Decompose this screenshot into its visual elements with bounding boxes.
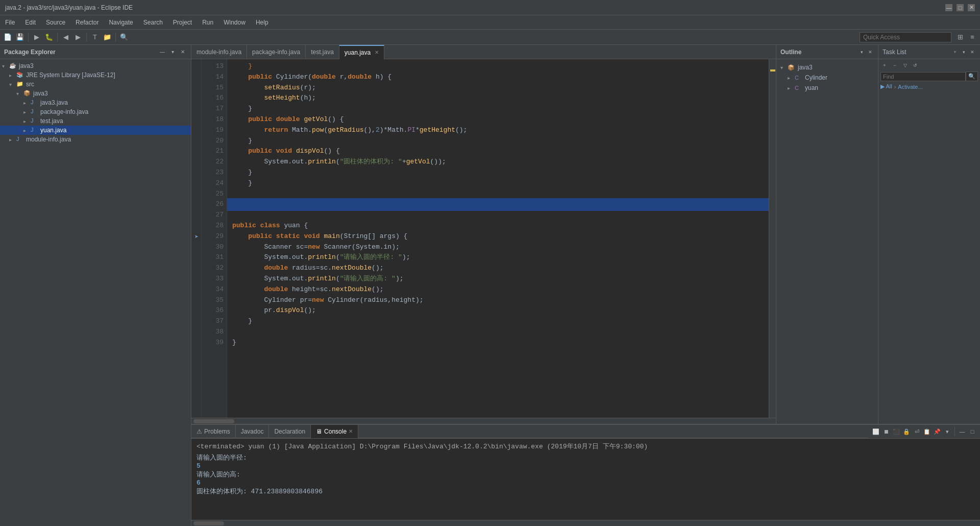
java-icon: J	[31, 99, 39, 106]
save-button[interactable]: 💾	[14, 32, 26, 43]
tab-problems[interactable]: ⚠ Problems	[191, 425, 236, 438]
tab-package-info[interactable]: package-info.java	[247, 45, 306, 59]
task-find-input[interactable]	[880, 72, 966, 81]
code-editor[interactable]: } public Cylinder(double r,double h) { s…	[227, 59, 769, 418]
outline-menu-button[interactable]: ▾	[858, 49, 865, 56]
gutter-27	[191, 210, 201, 221]
maximize-button[interactable]: □	[957, 4, 964, 11]
tab-javadoc[interactable]: Javadoc	[236, 425, 270, 438]
gutter-22	[191, 157, 201, 168]
tab-yuan[interactable]: yuan.java ✕	[339, 45, 384, 59]
tree-item-java3-project[interactable]: ▾ ☕ java3	[0, 61, 191, 70]
tab-module-info[interactable]: module-info.java	[191, 45, 247, 59]
task-refresh-btn[interactable]: ↺	[911, 61, 919, 69]
menu-navigate[interactable]: Navigate	[104, 17, 138, 28]
task-list-panel: Task List + ▾ ✕ + − ▽ ↺	[878, 45, 980, 424]
pkg-collapse-button[interactable]: —	[158, 48, 166, 56]
view-menu-button[interactable]: ≡	[967, 32, 978, 43]
tree-label: module-info.java	[26, 136, 71, 143]
task-find-button[interactable]: 🔍	[966, 71, 978, 81]
java-icon: J	[31, 108, 39, 115]
task-list-title: Task List	[883, 49, 906, 56]
console-menu-button[interactable]: ▾	[943, 427, 952, 436]
console-open-console-button[interactable]: 📋	[922, 427, 932, 436]
minimize-button[interactable]: —	[945, 4, 952, 11]
menu-file[interactable]: File	[0, 17, 20, 28]
outline-item-cylinder[interactable]: ▸ C Cylinder	[776, 73, 878, 83]
outline-class-icon: C	[795, 75, 803, 81]
console-pin-button[interactable]: 📌	[933, 427, 942, 436]
gutter-33	[191, 274, 201, 284]
package-explorer-panel: Package Explorer — ▾ ✕ ▾ ☕ java3 ▸ 📚 JRE…	[0, 45, 191, 526]
tab-test[interactable]: test.java	[306, 45, 339, 59]
run-button[interactable]: ▶	[31, 32, 42, 43]
next-edit-button[interactable]: ▶	[72, 32, 84, 43]
task-new-button[interactable]: +	[951, 49, 959, 56]
console-word-wrap-button[interactable]: ⏎	[912, 427, 921, 436]
menu-run[interactable]: Run	[197, 17, 218, 28]
gutter-35	[191, 295, 201, 306]
task-close-button[interactable]: ✕	[969, 49, 976, 56]
open-resource-button[interactable]: 📁	[102, 32, 113, 43]
pkg-close-button[interactable]: ✕	[179, 48, 187, 56]
open-type-button[interactable]: T	[89, 32, 101, 43]
prev-edit-button[interactable]: ◀	[60, 32, 71, 43]
bottom-hscrollbar[interactable]	[191, 520, 980, 526]
console-stop-button[interactable]: ⏹	[881, 427, 891, 436]
horizontal-scrollbar[interactable]	[191, 418, 776, 424]
scroll-marker	[770, 69, 775, 71]
menu-project[interactable]: Project	[168, 17, 197, 28]
java-icon: J	[16, 136, 24, 143]
debug-button[interactable]: 🐛	[43, 32, 55, 43]
all-filter-button[interactable]: ▶ All	[880, 83, 892, 90]
tree-item-java3-pkg[interactable]: ▾ 📦 java3	[0, 89, 191, 98]
task-filter-btn[interactable]: ▽	[901, 61, 909, 69]
outline-item-java3[interactable]: ▾ 📦 java3	[776, 62, 878, 73]
tree-item-module-info[interactable]: ▸ J module-info.java	[0, 135, 191, 144]
console-scroll-lock-button[interactable]: 🔒	[902, 427, 911, 436]
outline-close-button[interactable]: ✕	[867, 49, 874, 56]
menu-help[interactable]: Help	[251, 17, 274, 28]
quick-access-input[interactable]	[860, 32, 951, 42]
open-perspective-button[interactable]: ⊞	[954, 32, 966, 43]
gutter-17	[191, 104, 201, 114]
tree-item-src[interactable]: ▾ 📁 src	[0, 80, 191, 89]
menu-refactor[interactable]: Refactor	[70, 17, 104, 28]
activate-button[interactable]: Activate...	[898, 84, 922, 90]
outline-label: Cylinder	[805, 74, 827, 81]
search-button[interactable]: 🔍	[118, 32, 130, 43]
console-tab-close[interactable]: ✕	[349, 428, 353, 434]
tree-item-test-java[interactable]: ▸ J test.java	[0, 116, 191, 126]
console-clear-button[interactable]: ⬜	[871, 427, 880, 436]
console-terminate-button[interactable]: ⬛	[892, 427, 901, 436]
bottom-scroll-thumb	[193, 521, 224, 525]
expand-arrow: ▸	[23, 100, 31, 106]
close-button[interactable]: ✕	[968, 4, 975, 11]
tree-item-jre[interactable]: ▸ 📚 JRE System Library [JavaSE-12]	[0, 70, 191, 80]
tab-declaration[interactable]: Declaration	[269, 425, 311, 438]
outline-item-yuan[interactable]: ▸ C yuan	[776, 83, 878, 93]
task-add-btn[interactable]: +	[880, 61, 889, 69]
menu-source[interactable]: Source	[41, 17, 70, 28]
problems-icon: ⚠	[197, 428, 202, 435]
pkg-menu-button[interactable]: ▾	[168, 48, 177, 56]
tree-item-yuan-java[interactable]: ▸ J yuan.java	[0, 126, 191, 135]
menu-edit[interactable]: Edit	[20, 17, 41, 28]
toolbar: 📄 💾 ▶ 🐛 ◀ ▶ T 📁 🔍 ⊞ ≡	[0, 30, 980, 45]
tab-close-icon[interactable]: ✕	[375, 50, 379, 55]
tab-console[interactable]: 🖥 Console ✕	[311, 425, 358, 438]
editor-scroll[interactable]: ➤ 13 14 15 1	[191, 59, 776, 424]
menu-window[interactable]: Window	[218, 17, 251, 28]
jre-icon: 📚	[16, 71, 24, 79]
task-del-btn[interactable]: −	[891, 61, 899, 69]
package-explorer-title: Package Explorer	[4, 49, 56, 56]
tree-item-package-info[interactable]: ▸ J package-info.java	[0, 107, 191, 116]
gutter-19	[191, 125, 201, 136]
console-min-button[interactable]: —	[958, 427, 967, 436]
tree-item-java3-java[interactable]: ▸ J java3.java	[0, 98, 191, 107]
task-menu-button[interactable]: ▾	[960, 49, 967, 56]
menu-search[interactable]: Search	[138, 17, 168, 28]
title-bar: java.2 - java3/src/java3/yuan.java - Ecl…	[0, 0, 980, 15]
console-max-button[interactable]: □	[968, 427, 977, 436]
new-button[interactable]: 📄	[2, 32, 13, 43]
